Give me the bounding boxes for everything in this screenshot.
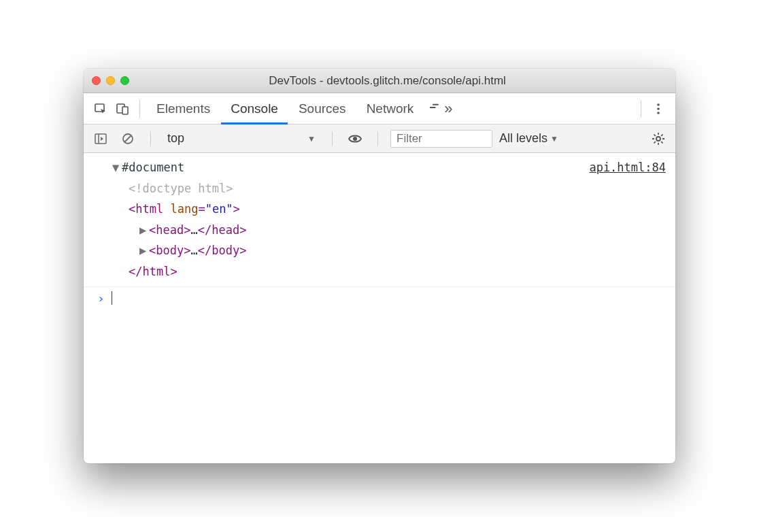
tab-network[interactable]: Network xyxy=(357,93,424,124)
tab-label: Console xyxy=(231,101,278,116)
tag-name: head xyxy=(212,223,239,237)
kebab-menu-icon[interactable] xyxy=(648,103,669,115)
console-prompt[interactable]: › xyxy=(84,287,675,310)
svg-line-17 xyxy=(661,142,662,143)
tree-node-doctype[interactable]: <!doctype html> xyxy=(112,178,667,199)
svg-line-16 xyxy=(654,134,656,135)
console-output: api.html:84 ▼#document <!doctype html> <… xyxy=(84,153,675,463)
devtools-window: DevTools - devtools.glitch.me/console/ap… xyxy=(84,69,675,463)
tag-name: body xyxy=(212,244,239,257)
main-tabbar: Elements Console Sources Network » xyxy=(84,93,675,124)
source-link[interactable]: api.html:84 xyxy=(589,157,666,178)
svg-point-11 xyxy=(656,137,660,141)
tree-node-head[interactable]: ▶<head>…</head> xyxy=(112,220,667,241)
prompt-chevron-icon: › xyxy=(97,291,105,305)
disclosure-triangle-closed-icon[interactable]: ▶ xyxy=(139,220,149,241)
tag-close: </html> xyxy=(129,265,178,278)
more-tabs-button[interactable]: » xyxy=(424,100,455,118)
ellipsis: … xyxy=(190,244,197,257)
svg-point-10 xyxy=(353,137,357,141)
input-caret xyxy=(112,291,112,305)
node-label: <!doctype html> xyxy=(129,182,233,195)
tab-elements[interactable]: Elements xyxy=(147,93,220,124)
chevron-down-icon: ▼ xyxy=(550,134,558,144)
execution-context-selector[interactable]: top ▼ xyxy=(163,131,320,146)
tab-label: Elements xyxy=(156,101,210,116)
tree-node-html[interactable]: <html lang="en"> xyxy=(112,199,667,220)
levels-label: All levels xyxy=(499,131,547,146)
divider xyxy=(150,131,151,146)
divider xyxy=(332,131,333,146)
attr-value: "en" xyxy=(205,202,233,216)
svg-point-5 xyxy=(657,112,660,114)
chevron-down-icon: ▼ xyxy=(307,134,316,144)
divider xyxy=(641,100,641,118)
node-label: #document xyxy=(122,161,184,174)
disclosure-triangle-open-icon[interactable]: ▼ xyxy=(112,157,122,178)
svg-point-3 xyxy=(657,103,660,106)
console-settings-icon[interactable] xyxy=(648,129,669,149)
tree-node-html-close: </html> xyxy=(112,261,667,282)
tab-sources[interactable]: Sources xyxy=(289,93,356,124)
disclosure-triangle-closed-icon[interactable]: ▶ xyxy=(139,240,149,261)
clear-console-icon[interactable] xyxy=(118,129,138,149)
ellipsis: … xyxy=(190,223,197,237)
filter-input[interactable] xyxy=(390,130,492,148)
divider xyxy=(139,100,140,118)
svg-line-19 xyxy=(661,134,662,135)
toggle-sidebar-icon[interactable] xyxy=(90,129,111,149)
console-log-entry: api.html:84 ▼#document <!doctype html> <… xyxy=(84,153,675,287)
tab-console[interactable]: Console xyxy=(221,93,288,124)
attr-name: lang xyxy=(170,202,198,216)
live-expression-icon[interactable] xyxy=(345,129,365,149)
svg-rect-2 xyxy=(122,107,128,114)
context-label: top xyxy=(167,131,184,146)
tree-node-document[interactable]: ▼#document xyxy=(112,157,667,178)
log-levels-selector[interactable]: All levels ▼ xyxy=(499,131,558,146)
console-toolbar: top ▼ All levels ▼ xyxy=(84,124,675,153)
titlebar: DevTools - devtools.glitch.me/console/ap… xyxy=(84,69,675,93)
divider xyxy=(377,131,378,146)
tag-name: body xyxy=(156,244,184,257)
tree-node-body[interactable]: ▶<body>…</body> xyxy=(112,240,667,261)
close-window-button[interactable] xyxy=(92,76,101,85)
device-toggle-icon[interactable] xyxy=(112,99,133,119)
tab-label: Network xyxy=(367,101,414,116)
svg-line-18 xyxy=(654,142,656,143)
inspect-element-icon[interactable] xyxy=(90,99,111,119)
svg-line-9 xyxy=(124,135,131,142)
tag-name: head xyxy=(156,223,184,237)
svg-point-4 xyxy=(657,107,660,110)
tag-name: html xyxy=(135,202,163,216)
window-title: DevTools - devtools.glitch.me/console/ap… xyxy=(107,74,667,88)
tab-label: Sources xyxy=(299,101,346,116)
